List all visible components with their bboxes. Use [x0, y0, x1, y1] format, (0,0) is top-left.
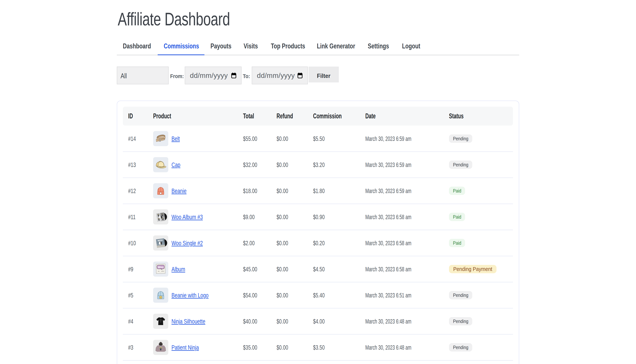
svg-text:Woo: Woo: [158, 266, 164, 269]
